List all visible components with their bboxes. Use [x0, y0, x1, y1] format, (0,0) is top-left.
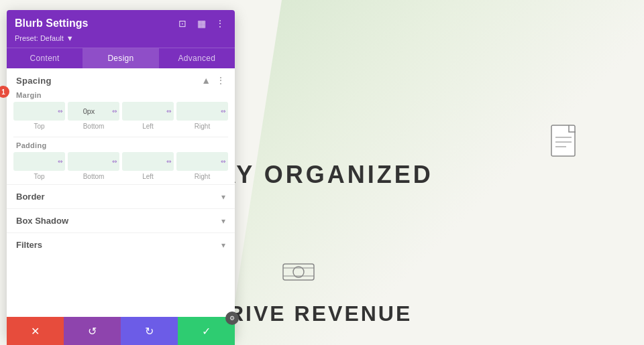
border-title: Border	[16, 192, 45, 202]
padding-label: Padding	[7, 140, 235, 152]
box-shadow-section[interactable]: Box Shadow ▾	[7, 208, 235, 232]
spacing-expand-icon[interactable]: ▲	[201, 75, 211, 86]
margin-left-link-icon: ⇔	[166, 108, 172, 115]
padding-right-link-icon: ⇔	[221, 158, 226, 165]
padding-left-link-icon: ⇔	[166, 158, 172, 165]
padding-left-cell: ⇔ Left	[122, 152, 174, 180]
border-chevron-icon: ▾	[221, 192, 225, 202]
tab-design[interactable]: Design	[83, 48, 158, 68]
margin-right-link-icon: ⇔	[221, 108, 226, 115]
filters-chevron-icon: ▾	[221, 240, 225, 250]
box-shadow-title: Box Shadow	[16, 216, 68, 226]
more-options-icon[interactable]: ⋮	[213, 17, 227, 30]
spacing-section: Spacing ▲ ⋮ Margin ⇔ Top	[7, 68, 235, 184]
save-icon: ✓	[202, 325, 211, 338]
redo-icon: ↻	[145, 325, 154, 338]
settings-panel: Blurb Settings ⊡ ▦ ⋮ Preset: Default ▼ C…	[7, 10, 235, 338]
panel-header-top: Blurb Settings ⊡ ▦ ⋮	[15, 17, 227, 30]
padding-bottom-label: Bottom	[83, 173, 105, 180]
preset-row: Preset: Default ▼	[15, 34, 227, 42]
margin-left-label: Left	[142, 123, 154, 130]
tab-content[interactable]: Content	[7, 48, 83, 68]
margin-right-label: Right	[195, 123, 210, 130]
copy-icon[interactable]: ⊡	[176, 17, 189, 30]
padding-grid: ⇔ Top ⇔ Bottom ⇔ Left	[7, 152, 235, 184]
panel-bottom-settings-icon[interactable]: ⚙	[225, 312, 239, 325]
margin-label: Margin	[7, 90, 235, 102]
margin-left-cell: ⇔ Left	[122, 102, 174, 130]
undo-button[interactable]: ↺	[64, 317, 121, 345]
tabs-container: Content Design Advanced	[7, 48, 235, 68]
money-icon	[282, 261, 315, 285]
margin-grid: ⇔ Top ⇔ Bottom ⇔ Left	[7, 102, 235, 134]
cancel-icon: ✕	[31, 325, 40, 338]
padding-left-label: Left	[142, 173, 154, 180]
undo-icon: ↺	[88, 325, 97, 338]
margin-bottom-label: Bottom	[83, 123, 105, 130]
padding-right-cell: ⇔ Right	[176, 152, 228, 180]
tab-advanced[interactable]: Advanced	[159, 48, 235, 68]
panel-title: Blurb Settings	[15, 17, 88, 29]
margin-bottom-cell: ⇔ Bottom	[68, 102, 119, 130]
bottom-toolbar: ✕ ↺ ↻ ✓	[7, 317, 235, 345]
cancel-button[interactable]: ✕	[7, 317, 64, 345]
panel-header: Blurb Settings ⊡ ▦ ⋮ Preset: Default ▼	[7, 10, 235, 48]
margin-right-cell: ⇔ Right	[176, 102, 228, 130]
spacing-more-icon[interactable]: ⋮	[216, 75, 225, 86]
border-section[interactable]: Border ▾	[7, 184, 235, 208]
padding-top-link-icon: ⇔	[58, 158, 63, 165]
padding-bottom-cell: ⇔ Bottom	[68, 152, 119, 180]
redo-button[interactable]: ↻	[121, 317, 178, 345]
margin-bottom-link-icon: ⇔	[112, 108, 117, 115]
header-icons: ⊡ ▦ ⋮	[176, 17, 227, 30]
spacing-section-header: Spacing ▲ ⋮	[7, 68, 235, 90]
filters-title: Filters	[16, 240, 42, 250]
layout-icon[interactable]: ▦	[195, 17, 208, 30]
padding-bottom-link-icon: ⇔	[112, 158, 117, 165]
preset-dropdown-arrow[interactable]: ▼	[66, 34, 74, 42]
settings-gear-icon: ⚙	[229, 315, 235, 322]
margin-top-link-icon: ⇔	[58, 108, 63, 115]
svg-rect-0	[551, 125, 575, 156]
padding-right-label: Right	[195, 173, 210, 180]
panel-body: Spacing ▲ ⋮ Margin ⇔ Top	[7, 68, 235, 338]
spacing-title: Spacing	[16, 76, 52, 86]
margin-top-label: Top	[34, 123, 44, 130]
box-shadow-chevron-icon: ▾	[221, 216, 225, 226]
spacing-controls: ▲ ⋮	[201, 75, 225, 86]
margin-top-cell: ⇔ Top	[13, 102, 65, 130]
preset-label: Preset: Default	[15, 34, 64, 42]
margin-padding-divider	[13, 137, 228, 137]
padding-top-cell: ⇔ Top	[13, 152, 65, 180]
padding-top-label: Top	[34, 173, 44, 180]
filters-section[interactable]: Filters ▾	[7, 232, 235, 257]
drive-revenue-text: RIVE REVENUE	[228, 301, 412, 326]
document-icon	[550, 124, 580, 163]
